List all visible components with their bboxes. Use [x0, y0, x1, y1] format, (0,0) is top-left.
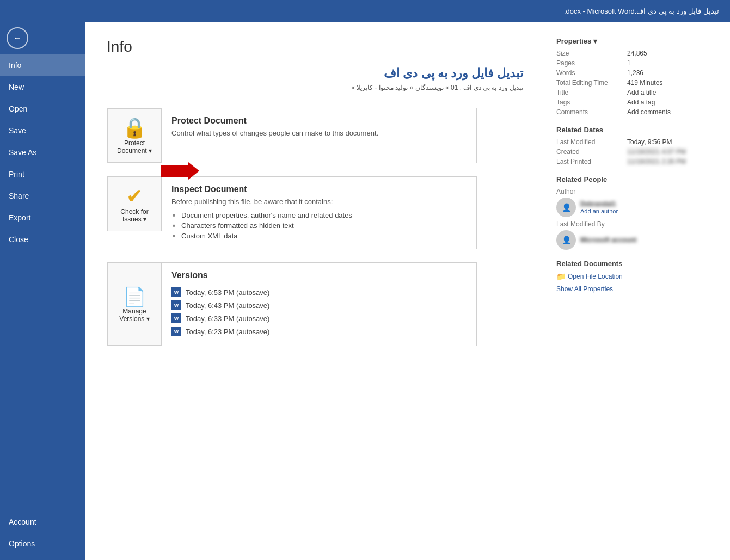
add-author-link[interactable]: Add an author	[580, 208, 618, 214]
properties-title: Properties ▾	[556, 37, 719, 45]
title-bar-text: .docx - Microsoft Word.تبدیل فایل ورد به…	[564, 7, 719, 15]
inspect-document-desc: Before publishing this file, be aware th…	[171, 198, 467, 206]
folder-icon: 📁	[556, 272, 566, 281]
open-file-location-link[interactable]: Open File Location	[568, 273, 623, 280]
sidebar-item-close[interactable]: Close	[0, 229, 85, 250]
prop-words: Words 1,236	[556, 69, 719, 77]
prop-created: Created 11/19/2021 4:07 PM	[556, 148, 719, 156]
protect-document-content: Protect Document Control what types of c…	[162, 108, 476, 149]
sidebar-bottom: Account Options	[0, 511, 85, 560]
sidebar-item-new[interactable]: New	[0, 76, 85, 98]
version-item-2[interactable]: W Today, 6:43 PM (autosave)	[171, 299, 467, 312]
prop-tags: Tags Add a tag	[556, 99, 719, 106]
list-item: Characters formatted as hidden text	[171, 220, 467, 231]
prop-last-printed: Last Printed 11/19/2021 2:26 PM	[556, 158, 719, 165]
breadcrumb: تبدیل ورد به پی دی اف . 01 » نویسندگان »…	[107, 84, 523, 91]
sidebar-item-save[interactable]: Save	[0, 120, 85, 141]
author-name: Debrandal1	[580, 200, 618, 208]
word-icon: W	[171, 327, 181, 336]
last-modified-name: Microsoft account	[580, 236, 636, 244]
lock-icon: 🔒	[122, 116, 147, 139]
version-item-1[interactable]: W Today, 6:53 PM (autosave)	[171, 286, 467, 299]
sidebar: ← Info New Open Save Save As Print Share…	[0, 22, 85, 560]
back-icon: ←	[13, 33, 22, 43]
manage-versions-button[interactable]: 📄 ManageVersions ▾	[107, 263, 162, 346]
inspect-document-title: Inspect Document	[171, 184, 467, 194]
prop-title: Title Add a title	[556, 89, 719, 96]
list-item: Document properties, author's name and r…	[171, 210, 467, 220]
manage-versions-card: 📄 ManageVersions ▾ Versions W Today, 6:5…	[107, 262, 477, 346]
content-area: Info تبدیل فایل ورد به پی دی اف تبدیل ور…	[85, 22, 545, 560]
list-item: Custom XML data	[171, 231, 467, 241]
prop-comments: Comments Add comments	[556, 108, 719, 116]
check-for-issues-button[interactable]: ✔ Check forIssues ▾	[107, 177, 162, 231]
versions-icon: 📄	[123, 286, 146, 307]
sidebar-item-share[interactable]: Share	[0, 185, 85, 207]
check-for-issues-label: Check forIssues ▾	[120, 208, 148, 223]
prop-last-modified: Last Modified Today, 9:56 PM	[556, 138, 719, 146]
page-title: Info	[107, 38, 523, 56]
back-button[interactable]: ←	[7, 27, 28, 49]
sidebar-item-account[interactable]: Account	[0, 511, 85, 533]
protect-document-card: 🔒 ProtectDocument ▾ Protect Document Con…	[107, 108, 477, 163]
last-modified-avatar: 👤	[556, 230, 576, 250]
related-docs-title: Related Documents	[556, 260, 719, 268]
sidebar-item-open[interactable]: Open	[0, 98, 85, 120]
author-avatar: 👤	[556, 198, 576, 217]
sidebar-item-options[interactable]: Options	[0, 533, 85, 555]
inspect-list: Document properties, author's name and r…	[171, 210, 467, 241]
inspect-document-card: ✔ Check forIssues ▾ Inspect Document Bef…	[107, 176, 477, 249]
manage-versions-label: ManageVersions ▾	[119, 307, 149, 323]
word-icon: W	[171, 313, 181, 323]
arrow-indicator	[161, 162, 199, 180]
word-icon: W	[171, 287, 181, 297]
versions-title: Versions	[171, 270, 467, 280]
show-all-properties-link[interactable]: Show All Properties	[556, 285, 719, 293]
last-modified-by-row: Last Modified By	[556, 220, 719, 228]
author-person: 👤 Debrandal1 Add an author	[556, 198, 719, 217]
sidebar-item-save-as[interactable]: Save As	[0, 141, 85, 163]
related-dates-title: Related Dates	[556, 126, 719, 134]
sidebar-item-print[interactable]: Print	[0, 163, 85, 185]
protect-document-label: ProtectDocument ▾	[117, 139, 152, 155]
right-panel: Properties ▾ Size 24,865 Pages 1 Words 1…	[545, 22, 730, 560]
versions-content: Versions W Today, 6:53 PM (autosave) W T…	[162, 263, 476, 346]
word-icon: W	[171, 300, 181, 310]
related-people-title: Related People	[556, 175, 719, 183]
protect-document-title: Protect Document	[171, 116, 467, 126]
author-row: Author	[556, 188, 719, 195]
version-item-4[interactable]: W Today, 6:23 PM (autosave)	[171, 325, 467, 338]
prop-pages: Pages 1	[556, 59, 719, 67]
prop-size: Size 24,865	[556, 50, 719, 57]
protect-document-button[interactable]: 🔒 ProtectDocument ▾	[107, 108, 162, 163]
sidebar-item-export[interactable]: Export	[0, 207, 85, 229]
last-modified-person: 👤 Microsoft account	[556, 230, 719, 250]
doc-title: تبدیل فایل ورد به پی دی اف	[107, 66, 523, 81]
protect-document-desc: Control what types of changes people can…	[171, 129, 467, 137]
inspect-document-content: Inspect Document Before publishing this …	[162, 177, 476, 249]
title-bar: .docx - Microsoft Word.تبدیل فایل ورد به…	[0, 0, 730, 22]
check-icon: ✔	[126, 185, 143, 208]
version-item-3[interactable]: W Today, 6:33 PM (autosave)	[171, 312, 467, 325]
sidebar-item-info[interactable]: Info	[0, 54, 85, 76]
prop-editing-time: Total Editing Time 419 Minutes	[556, 79, 719, 87]
